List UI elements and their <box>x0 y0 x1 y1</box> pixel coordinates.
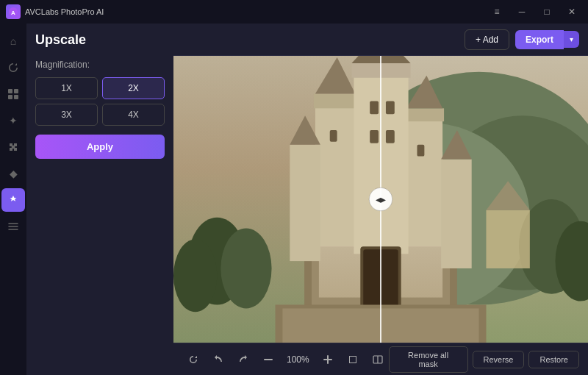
sidebar-item-rotate[interactable] <box>1 56 25 79</box>
svg-rect-43 <box>486 210 529 268</box>
split-container: ◂▸ <box>173 56 588 343</box>
svg-rect-23 <box>406 115 442 246</box>
sidebar-item-settings[interactable] <box>1 215 25 238</box>
content-area: + Add Export ▾ <box>173 24 588 375</box>
sidebar-item-diamond[interactable]: ◆ <box>1 162 25 185</box>
redo-button[interactable] <box>232 349 254 371</box>
toolbar-left: 100% <box>182 349 389 371</box>
main-layout: ⌂ ✦ ◆ <box>0 24 588 375</box>
svg-point-13 <box>220 229 271 309</box>
app-title: AVCLabs PhotoPro AI <box>25 7 104 16</box>
title-bar-left: A AVCLabs PhotoPro AI <box>6 4 104 19</box>
close-button[interactable]: ✕ <box>562 4 582 19</box>
magnification-grid: 1X 2X 3X 4X <box>35 77 165 126</box>
svg-rect-31 <box>441 160 472 268</box>
svg-rect-36 <box>386 130 395 143</box>
svg-text:◂▸: ◂▸ <box>376 193 386 205</box>
svg-rect-37 <box>330 130 337 142</box>
svg-rect-3 <box>14 89 18 93</box>
mag-4x-button[interactable]: 4X <box>102 104 165 126</box>
app-logo: A <box>6 4 21 19</box>
svg-rect-34 <box>386 101 395 114</box>
sidebar-item-magic[interactable]: ✦ <box>1 109 25 132</box>
svg-rect-29 <box>290 145 320 261</box>
export-btn-group: Export ▾ <box>515 30 579 49</box>
remove-mask-button[interactable]: Remove all mask <box>389 346 468 373</box>
sidebar-item-upscale[interactable] <box>1 188 25 212</box>
svg-point-14 <box>173 239 217 312</box>
export-dropdown-button[interactable]: ▾ <box>564 31 579 48</box>
apply-button[interactable]: Apply <box>35 135 165 159</box>
svg-rect-38 <box>417 145 424 157</box>
add-button[interactable]: + Add <box>465 29 509 50</box>
toolbar-right: Remove all mask Reverse Restore <box>389 346 579 373</box>
mag-1x-button[interactable]: 1X <box>35 77 98 99</box>
reverse-button[interactable]: Reverse <box>473 351 525 368</box>
title-bar: A AVCLabs PhotoPro AI ≡ ─ □ ✕ <box>0 0 588 24</box>
crop-button[interactable] <box>342 349 364 371</box>
undo-button[interactable] <box>207 349 229 371</box>
zoom-in-button[interactable] <box>317 349 339 371</box>
panel-title: Upscale <box>35 32 165 48</box>
top-bar: + Add Export ▾ <box>173 24 588 56</box>
sidebar: ⌂ ✦ ◆ <box>0 24 26 375</box>
castle-image: ◂▸ <box>173 56 588 343</box>
svg-rect-2 <box>8 89 12 93</box>
image-viewer[interactable]: ◂▸ <box>173 56 588 343</box>
side-panel: Upscale Magnification: 1X 2X 3X 4X Apply <box>26 24 173 375</box>
zoom-out-button[interactable] <box>257 349 279 371</box>
sidebar-item-home[interactable]: ⌂ <box>1 29 25 53</box>
svg-rect-21 <box>314 94 356 109</box>
maximize-button[interactable]: □ <box>537 4 557 19</box>
svg-rect-24 <box>405 108 444 121</box>
svg-rect-4 <box>8 95 12 99</box>
svg-text:A: A <box>11 10 15 16</box>
refresh-button[interactable] <box>182 349 204 371</box>
svg-rect-50 <box>323 359 332 360</box>
sidebar-item-grid[interactable] <box>1 82 25 106</box>
split-view-button[interactable] <box>367 349 389 371</box>
svg-rect-35 <box>370 130 379 143</box>
export-button[interactable]: Export <box>515 30 564 49</box>
minimize-button[interactable]: ─ <box>512 4 532 19</box>
mag-2x-button[interactable]: 2X <box>102 77 165 99</box>
svg-rect-48 <box>264 359 273 360</box>
zoom-level: 100% <box>282 354 314 365</box>
mag-3x-button[interactable]: 3X <box>35 104 98 126</box>
bottom-toolbar: 100% <box>173 343 588 375</box>
magnification-label: Magnification: <box>35 60 165 70</box>
restore-button[interactable]: Restore <box>528 351 579 368</box>
svg-rect-33 <box>370 101 379 114</box>
sidebar-item-puzzle[interactable] <box>1 135 25 159</box>
title-bar-controls: ≡ ─ □ ✕ <box>487 4 582 19</box>
svg-rect-5 <box>14 95 18 99</box>
svg-rect-20 <box>315 101 355 246</box>
menu-button[interactable]: ≡ <box>487 4 507 19</box>
